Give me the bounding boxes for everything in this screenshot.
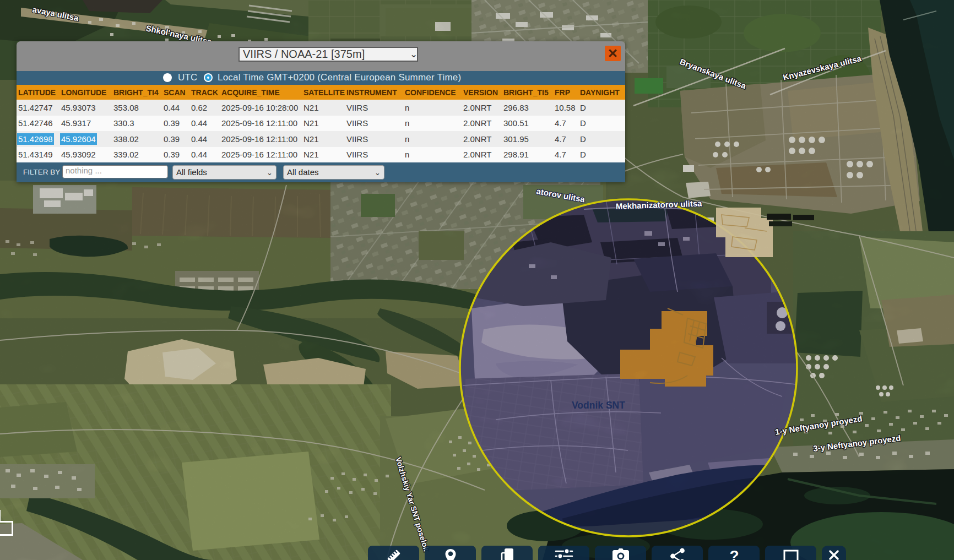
svg-text:?: ? bbox=[729, 547, 739, 560]
svg-text:Vodnik SNT: Vodnik SNT bbox=[572, 400, 625, 411]
